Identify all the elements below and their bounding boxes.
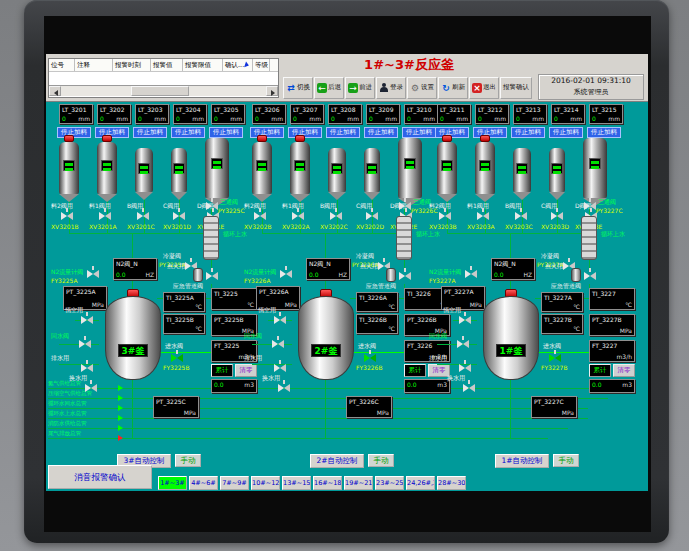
toolbar-button-settings[interactable]: 设置 bbox=[407, 77, 437, 99]
water-exchange-valve[interactable] bbox=[85, 384, 97, 392]
scrollbar-thumb[interactable] bbox=[131, 86, 189, 96]
feed-valve[interactable] bbox=[254, 212, 266, 220]
emergency-pipe-valve[interactable] bbox=[584, 272, 596, 280]
drain-valve[interactable] bbox=[274, 364, 286, 372]
drain-valve[interactable] bbox=[459, 364, 471, 372]
instrument-tag: LT_3214 bbox=[554, 106, 582, 113]
alarm-scrollbar[interactable] bbox=[49, 85, 278, 96]
inlet-water-valve[interactable] bbox=[364, 354, 376, 362]
toolbar-button-exit[interactable]: 退出 bbox=[469, 77, 499, 99]
n2-flow-valve[interactable] bbox=[87, 270, 99, 278]
n2-flow-valve[interactable] bbox=[465, 270, 477, 278]
manual-mode-button[interactable]: 手动 bbox=[175, 454, 201, 467]
page-button-4[interactable]: 10#~12# bbox=[251, 476, 280, 490]
return-water-valve[interactable] bbox=[457, 340, 469, 348]
instrument-box: TI_3226A℃ bbox=[356, 292, 398, 312]
inlet-water-valve[interactable] bbox=[171, 354, 183, 362]
inlet-water-valve[interactable] bbox=[549, 354, 561, 362]
three-way-valve[interactable] bbox=[206, 202, 218, 210]
feed-valve-tag: XV3203A bbox=[467, 223, 503, 231]
feed-valve[interactable] bbox=[173, 212, 185, 220]
instrument-value: 0 bbox=[407, 115, 411, 122]
instrument-unit: mm bbox=[608, 115, 620, 122]
totalizer-accumulate-button[interactable]: 累计 bbox=[404, 364, 426, 377]
tank-level-display bbox=[404, 158, 416, 169]
toolbar-button-forward[interactable]: 前进 bbox=[345, 77, 375, 99]
auto-control-button[interactable]: 2#自动控制 bbox=[310, 454, 364, 468]
water-exchange-valve[interactable] bbox=[278, 384, 290, 392]
condenser bbox=[203, 216, 219, 260]
auto-control-button[interactable]: 1#自动控制 bbox=[495, 454, 549, 468]
inert-purge-valve[interactable] bbox=[459, 316, 471, 324]
manual-mode-button[interactable]: 手动 bbox=[553, 454, 579, 467]
feed-stop-label: 停止加料 bbox=[364, 127, 398, 138]
inert-purge-valve[interactable] bbox=[81, 316, 93, 324]
feed-valve[interactable] bbox=[330, 212, 342, 220]
page-button-5[interactable]: 13#~15# bbox=[282, 476, 311, 490]
toolbar-button-alarm-ack[interactable]: 报警确认 bbox=[500, 77, 532, 99]
page-button-1[interactable]: 1#~3# bbox=[158, 476, 187, 490]
feed-tank bbox=[549, 148, 565, 192]
instrument-tag: LT_3207 bbox=[293, 106, 321, 113]
totalizer-accumulate-button[interactable]: 累计 bbox=[589, 364, 611, 377]
totalizer-reset-button[interactable]: 清零 bbox=[613, 364, 635, 377]
feed-valve-name: 料1阀用 bbox=[467, 202, 501, 210]
instrument-tag: LT_3204 bbox=[176, 106, 204, 113]
emergency-pipe-valve[interactable] bbox=[206, 272, 218, 280]
totalizer-accumulate-button[interactable]: 累计 bbox=[211, 364, 233, 377]
page-button-10[interactable]: 28#~30# bbox=[437, 476, 466, 490]
toolbar-button-back[interactable]: 后退 bbox=[314, 77, 344, 99]
instrument-unit: MPa bbox=[562, 409, 574, 416]
instrument-unit: MPa bbox=[470, 301, 482, 308]
scroll-right-icon[interactable] bbox=[266, 86, 278, 96]
feed-valve[interactable] bbox=[366, 212, 378, 220]
instrument-value: 0.0 bbox=[494, 271, 504, 278]
pipe-segment bbox=[59, 364, 99, 365]
instrument-value: 0 bbox=[255, 115, 259, 122]
feed-valve[interactable] bbox=[137, 212, 149, 220]
inlet-water-valve-label: 进水阀 bbox=[165, 342, 191, 350]
manual-mode-button[interactable]: 手动 bbox=[368, 454, 394, 467]
three-way-valve[interactable] bbox=[399, 202, 411, 210]
feed-valve-name: 料1阀用 bbox=[89, 202, 123, 210]
feed-valve[interactable] bbox=[99, 212, 111, 220]
toolbar-button-switch[interactable]: 切换 bbox=[283, 77, 313, 99]
feed-valve[interactable] bbox=[515, 212, 527, 220]
instrument-tag: PT_3227A bbox=[444, 288, 482, 295]
instrument-tag: LT_3205 bbox=[214, 106, 242, 113]
feed-valve[interactable] bbox=[61, 212, 73, 220]
return-water-valve-label: 回水阀 bbox=[429, 332, 455, 340]
monitor-bezel: 位号注释报警时刻报警值报警限值确认...等级 1#~3#反应釜 切换后退前进登录… bbox=[24, 0, 669, 543]
page-button-7[interactable]: 19#~21# bbox=[344, 476, 373, 490]
page-button-9[interactable]: 24,26#,27 bbox=[406, 476, 435, 490]
return-water-valve[interactable] bbox=[272, 340, 284, 348]
page-button-8[interactable]: 23#~25# bbox=[375, 476, 404, 490]
instrument-box: PT_3227CMPa bbox=[531, 396, 577, 418]
inert-purge-valve[interactable] bbox=[274, 316, 286, 324]
instrument-box: LT_32140mm bbox=[551, 104, 585, 124]
feed-valve[interactable] bbox=[551, 212, 563, 220]
toolbar-button-refresh[interactable]: 刷新 bbox=[438, 77, 468, 99]
page-button-6[interactable]: 16#~18# bbox=[313, 476, 342, 490]
mute-alarm-ack-button[interactable]: 消音报警确认 bbox=[48, 465, 152, 489]
three-way-valve[interactable] bbox=[584, 202, 596, 210]
feed-valve[interactable] bbox=[477, 212, 489, 220]
drain-valve[interactable] bbox=[81, 364, 93, 372]
back-icon bbox=[317, 83, 327, 93]
n2-flow-valve[interactable] bbox=[280, 270, 292, 278]
return-water-valve[interactable] bbox=[79, 340, 91, 348]
water-exchange-valve[interactable] bbox=[463, 384, 475, 392]
tank-cap bbox=[295, 135, 305, 142]
instrument-tag: LT_3203 bbox=[138, 106, 166, 113]
emergency-pipe-valve[interactable] bbox=[399, 272, 411, 280]
alarm-summary-table[interactable]: 位号注释报警时刻报警值报警限值确认...等级 bbox=[48, 58, 279, 98]
scrollbar-track[interactable] bbox=[61, 86, 266, 96]
instrument-box: TI_3225A℃ bbox=[163, 292, 205, 312]
scroll-left-icon[interactable] bbox=[49, 86, 61, 96]
instrument-unit: mm bbox=[456, 115, 468, 122]
page-button-3[interactable]: 7#~9# bbox=[220, 476, 249, 490]
page-button-2[interactable]: 4#~6# bbox=[189, 476, 218, 490]
feed-valve[interactable] bbox=[292, 212, 304, 220]
feed-valve[interactable] bbox=[439, 212, 451, 220]
toolbar-button-login[interactable]: 登录 bbox=[376, 77, 406, 99]
